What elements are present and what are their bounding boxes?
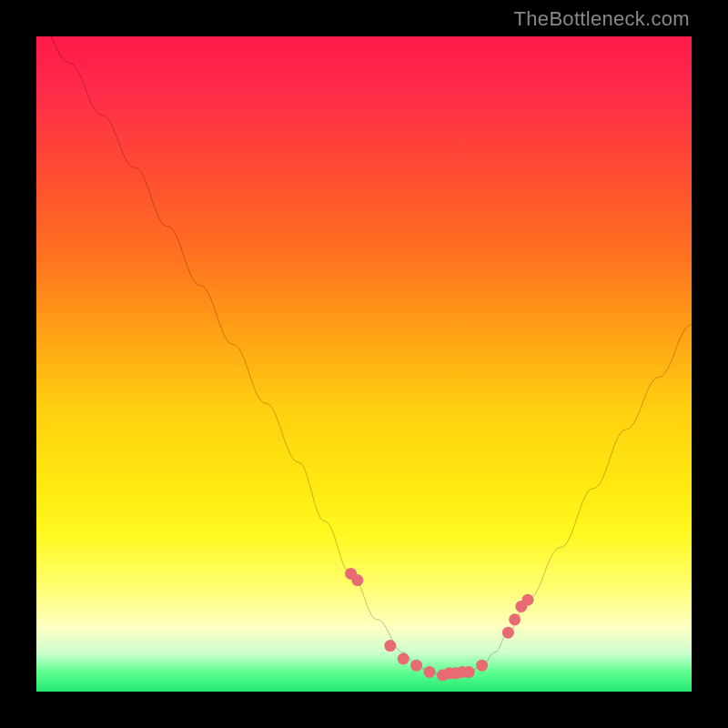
plot-background (36, 36, 692, 692)
watermark-text: TheBottleneck.com (514, 7, 690, 31)
chart-container: TheBottleneck.com (0, 0, 728, 728)
